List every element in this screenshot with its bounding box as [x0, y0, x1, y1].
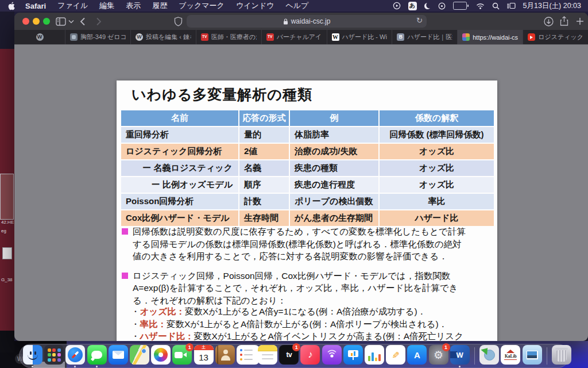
privacy-shield-icon[interactable] [174, 16, 183, 26]
share-icon[interactable] [560, 16, 568, 26]
accessibility-icon[interactable] [438, 2, 446, 10]
dock-trash-icon[interactable] [552, 345, 571, 367]
tab-bar: W 胸部-349 ゼロコン+… W 投稿を編集 ‹ 錬キン… TV 医師・医療者… [14, 30, 588, 44]
reload-icon[interactable]: ↻ [416, 16, 423, 25]
stage-manager-icon[interactable] [507, 2, 516, 9]
table-cell: ハザード比 [380, 210, 494, 226]
table-cell: 疾患の進行程度 [290, 177, 378, 193]
dock-podcasts-icon[interactable] [322, 345, 342, 367]
window-zoom-button[interactable] [43, 18, 50, 25]
dock-maps-icon[interactable] [130, 345, 149, 367]
dock-calendar-icon[interactable]: 土13 [194, 345, 214, 367]
dock-photo-utility-icon[interactable] [523, 345, 542, 367]
menu-item-history[interactable]: 履歴 [146, 1, 173, 11]
input-source-icon[interactable]: あ [408, 2, 417, 10]
apple-menu-icon[interactable] [0, 2, 18, 10]
dock-word-icon[interactable]: W [450, 345, 470, 367]
forward-button[interactable] [96, 16, 102, 26]
dock-apple-tv-icon[interactable]: tv 1 [279, 345, 299, 367]
new-tab-icon[interactable] [576, 16, 584, 26]
menu-bar: Safari ファイル 編集 表示 履歴 ブックマーク ウインドウ ヘルプ あ … [0, 0, 588, 12]
menu-item-bookmarks[interactable]: ブックマーク [173, 1, 230, 11]
point-hazard-ratio: ・ ハザード比：変数Xが1上がるとA倍イベントリスクが高まる(例：A倍死亡リスク [131, 330, 494, 341]
tab-kyobu-349[interactable]: 胸部-349 ゼロコン+… [65, 30, 130, 44]
tab-pinned-wordpress[interactable]: W [14, 30, 65, 44]
dock-notes-icon[interactable] [258, 345, 277, 367]
table-cell: 体脂肪率 [290, 127, 378, 143]
menu-bar-clock[interactable]: 5月13日(土) 20:03 [523, 1, 581, 11]
tab-hazard-ratio-medical[interactable]: B ハザード比｜医療統… [392, 30, 457, 44]
address-bar[interactable]: waidai-csc.jp ↻ [187, 15, 427, 28]
menu-item-view[interactable]: 表示 [120, 1, 146, 11]
table-cell: Cox比例ハザード・モデル [121, 210, 238, 226]
dock-numbers-icon[interactable] [365, 345, 384, 367]
address-bar-url: waidai-csc.jp [291, 17, 331, 25]
dock-pages-icon[interactable] [386, 345, 405, 367]
dock-app-store-icon[interactable]: A [407, 345, 427, 367]
tab-waidai-csc-active[interactable]: https://waidai-csc.… [457, 30, 523, 44]
wifi-icon[interactable] [476, 3, 485, 9]
bullet-standardized-coefficients: 回帰係数は説明変数の尺度に依存するため，すべての変数を標準化したもとで計算 する… [121, 225, 494, 263]
sidebar-toggle-icon[interactable] [56, 16, 66, 26]
tab-hazard-ratio-wikipedia[interactable]: W ハザード比 - Wikipe… [327, 30, 392, 44]
menu-item-help[interactable]: ヘルプ [280, 1, 314, 11]
screen-record-icon[interactable] [393, 2, 401, 10]
tab-virtual-idol[interactable]: TV バーチャルアイドルが… [261, 30, 327, 44]
dock-facetime-icon[interactable]: 1 [172, 345, 192, 367]
browser-viewport: いわゆる多変量解析の種類 名前 応答の形式 例 係数の解釈 重回帰分析 量的 体… [14, 44, 588, 341]
dock-music-icon[interactable] [300, 345, 320, 367]
focus-moon-icon[interactable] [424, 3, 431, 9]
menu-item-edit[interactable]: 編集 [94, 1, 120, 11]
dock: 1 土13 tv 1 A 1 W [19, 344, 570, 368]
wordpress-favicon-icon: W [36, 33, 44, 41]
back-button[interactable] [80, 16, 86, 26]
tab-ishi-iryosha[interactable]: TV 医師・医療者のため… [196, 30, 261, 44]
b-favicon-icon: B [397, 33, 404, 41]
dock-kalib-icon[interactable]: KaLib [501, 345, 520, 367]
dock-safari-icon[interactable] [65, 345, 85, 367]
chevron-down-icon[interactable] [68, 16, 74, 26]
desktop-file-thumbnail[interactable] [2, 247, 12, 259]
wordpress-favicon-icon: W [136, 33, 143, 41]
dock-finder-icon[interactable] [23, 345, 42, 367]
dock-messages-icon[interactable] [87, 345, 107, 367]
table-header-name: 名前 [121, 110, 238, 126]
dock-system-settings-icon[interactable]: 1 [429, 345, 448, 367]
table-cell: 順序 [239, 177, 289, 193]
desktop-file-thumbnail[interactable] [0, 174, 14, 220]
window-close-button[interactable] [22, 18, 29, 25]
magenta-square-bullet-icon [122, 228, 128, 235]
table-header-example: 例 [290, 110, 378, 126]
menu-item-window[interactable]: ウインドウ [230, 1, 280, 11]
slide-body-text: 回帰係数は説明変数の尺度に依存するため，すべての変数を標準化したもとで計算 する… [121, 225, 494, 341]
menu-item-file[interactable]: ファイル [52, 1, 94, 11]
battery-icon[interactable] [453, 2, 469, 10]
tab-logistic-regression-youtube[interactable]: ロジスティック回帰っ… [523, 30, 588, 44]
table-cell: 回帰係数 (標準回帰係数) [380, 127, 494, 143]
table-cell: がん患者の生存期間 [290, 210, 378, 226]
safari-window: waidai-csc.jp ↻ W 胸部-349 ゼロコン+… W 投稿を編集 … [14, 13, 588, 341]
table-cell: オッズ比 [380, 144, 494, 159]
dock-mail-icon[interactable] [109, 345, 128, 367]
tv-favicon-icon: TV [201, 33, 208, 41]
dock-contacts-icon[interactable] [215, 345, 235, 367]
lock-icon [283, 18, 288, 25]
table-cell: Poisson回帰分析 [121, 194, 238, 209]
magenta-square-bullet-icon [122, 273, 128, 279]
dock-launchpad-icon[interactable] [44, 345, 64, 367]
dock-photos-icon[interactable] [151, 345, 171, 367]
dock-globe-arrow-app-icon[interactable] [479, 345, 499, 367]
spotlight-search-icon[interactable] [492, 2, 500, 10]
downloads-icon[interactable] [544, 16, 554, 26]
presentation-slide: いわゆる多変量解析の種類 名前 応答の形式 例 係数の解釈 重回帰分析 量的 体… [117, 80, 497, 341]
dock-keynote-icon[interactable] [343, 345, 363, 367]
tab-edit-post[interactable]: W 投稿を編集 ‹ 錬キン… [130, 30, 196, 44]
window-minimize-button[interactable] [33, 18, 40, 25]
dock-reminders-icon[interactable] [237, 345, 256, 367]
table-cell: ロジスティック回帰分析 [121, 144, 238, 159]
menu-item-safari[interactable]: Safari [18, 2, 52, 10]
analysis-table: 名前 応答の形式 例 係数の解釈 重回帰分析 量的 体脂肪率 回帰係数 (標準回… [121, 110, 494, 226]
dock-divider [474, 347, 475, 365]
desktop-file-label: G_38 [1, 277, 16, 282]
table-cell: 生存時間 [239, 210, 289, 226]
